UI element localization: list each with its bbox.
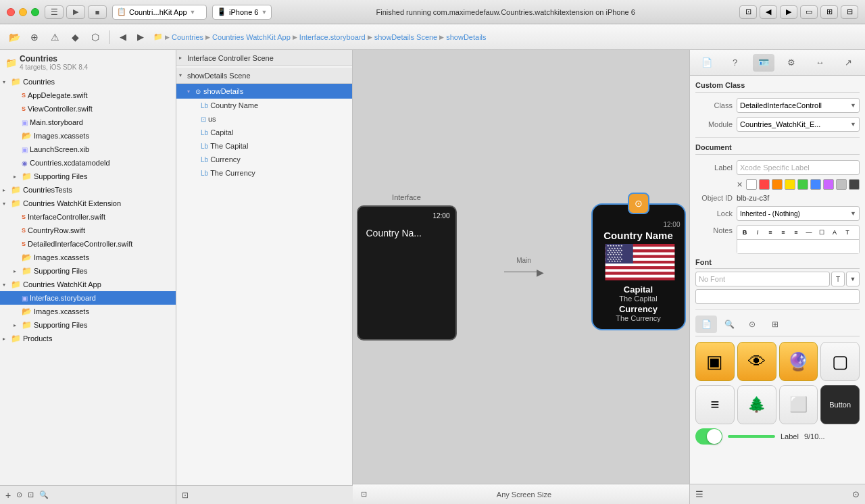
- sidebar-item-watchkit-app[interactable]: ▾ 📁 Countries WatchKit App: [0, 278, 176, 291]
- bc-item-6[interactable]: showDetails: [446, 33, 486, 41]
- notes-align-justify-btn[interactable]: —: [803, 227, 815, 238]
- history-btn[interactable]: ⊙: [16, 490, 22, 499]
- bc-item-4[interactable]: Interface.storyboard: [299, 33, 366, 41]
- scene-item-the-currency[interactable]: Lb The Currency: [176, 166, 352, 180]
- color-grey[interactable]: [836, 179, 847, 190]
- sidebar-item-watchkit-ext[interactable]: ▾ 📁 Countries WatchKit Extension: [0, 197, 176, 210]
- object-item-4[interactable]: ▢: [820, 342, 860, 381]
- tab-identity[interactable]: 🪪: [753, 54, 774, 72]
- tab-size[interactable]: ↔: [809, 54, 831, 72]
- watch-scene-box-inner[interactable]: ⊙ 12:00 Country Name: [591, 203, 686, 330]
- notes-img-btn[interactable]: A: [829, 227, 841, 238]
- zoom-btn[interactable]: ⊡: [182, 490, 189, 500]
- font-input[interactable]: No Font: [695, 272, 830, 286]
- iphone-mockup[interactable]: 12:00 Country Na...: [357, 205, 457, 341]
- traffic-light-yellow[interactable]: [19, 8, 27, 16]
- bc-item-1[interactable]: 📁: [153, 32, 163, 41]
- sidebar-toggle-btn[interactable]: ☰: [45, 5, 64, 19]
- sidebar-item-interfacecontroller[interactable]: S InterfaceController.swift: [0, 210, 176, 224]
- stop-btn[interactable]: ■: [88, 5, 107, 19]
- scene-item-us[interactable]: ⊡ us: [176, 112, 352, 126]
- obj-tab-3[interactable]: ⊙: [741, 316, 763, 333]
- notes-list-btn[interactable]: ☐: [816, 227, 828, 238]
- sidebar-item-countryrow[interactable]: S CountryRow.swift: [0, 224, 176, 237]
- search-btn[interactable]: 🔍: [39, 490, 49, 499]
- lock-input[interactable]: Inherited - (Nothing) ▼: [737, 206, 860, 221]
- zoom-icon[interactable]: ⊡: [361, 490, 367, 499]
- sidebar-item-main-storyboard[interactable]: ▣ Main.storyboard: [0, 116, 176, 129]
- sidebar-item-viewcontroller[interactable]: S ViewController.swift: [0, 102, 176, 116]
- filter-btn[interactable]: ⊡: [28, 490, 34, 499]
- font-dropdown-btn[interactable]: ▼: [846, 272, 860, 286]
- toggle-switch[interactable]: [695, 428, 722, 445]
- object-item-7[interactable]: ⬜: [779, 385, 818, 424]
- scene-item-the-capital[interactable]: Lb The Capital: [176, 139, 352, 153]
- tab-file[interactable]: 📄: [696, 54, 718, 72]
- notes-bold-btn[interactable]: B: [739, 227, 751, 238]
- play-btn[interactable]: ▶: [66, 5, 85, 19]
- notes-link-btn[interactable]: T: [841, 227, 854, 238]
- notes-align-right-btn[interactable]: ≡: [790, 227, 802, 238]
- back-btn[interactable]: ◀: [116, 30, 130, 45]
- color-green[interactable]: [797, 179, 808, 190]
- label-field-input[interactable]: Xcode Specific Label: [737, 160, 860, 175]
- notes-align-center-btn[interactable]: ≡: [777, 227, 789, 238]
- sidebar-item-appdelegate[interactable]: S AppDelegate.swift: [0, 89, 176, 102]
- sidebar-item-supporting3[interactable]: ▸ 📁 Supporting Files: [0, 318, 176, 332]
- tab-attributes[interactable]: ⚙: [781, 54, 802, 72]
- nav-back-btn[interactable]: ◀: [760, 5, 777, 19]
- obj-tab-4[interactable]: ⊞: [764, 316, 786, 333]
- notes-area[interactable]: [737, 240, 859, 253]
- class-dropdown-icon[interactable]: ▼: [850, 102, 856, 109]
- object-item-2[interactable]: 👁: [737, 342, 776, 381]
- color-x-btn[interactable]: ✕: [737, 180, 743, 189]
- bc-item-2[interactable]: Countries: [172, 33, 203, 41]
- tab-quickhelp[interactable]: ?: [724, 54, 746, 72]
- add-btn[interactable]: +: [5, 490, 11, 501]
- layout-single-btn[interactable]: ▭: [800, 5, 818, 19]
- notes-align-left-btn[interactable]: ≡: [764, 227, 776, 238]
- grid-view-btn[interactable]: ⊙: [852, 489, 860, 499]
- sidebar-item-detailedinterface[interactable]: S DetailedInterfaceController.swift: [0, 237, 176, 251]
- object-item-3[interactable]: 🔮: [779, 342, 818, 381]
- activity-btn[interactable]: ⊡: [739, 5, 757, 19]
- nav-forward-btn[interactable]: ▶: [780, 5, 797, 19]
- slider[interactable]: [728, 435, 775, 438]
- layout-triple-btn[interactable]: ⊟: [841, 5, 858, 19]
- scene-item-showdetails[interactable]: ▾ ⊙ showDetails: [176, 84, 352, 99]
- sidebar-item-countries[interactable]: ▾ 📁 Countries: [0, 75, 176, 89]
- env-btn[interactable]: ⬡: [86, 28, 104, 46]
- sidebar-item-products[interactable]: ▸ 📁 Products: [0, 332, 176, 345]
- color-orange[interactable]: [772, 179, 783, 190]
- warning-btn[interactable]: ⚠: [46, 28, 64, 46]
- scene-section-1-header[interactable]: ▸ Interface Controller Scene: [176, 50, 352, 66]
- module-dropdown-icon[interactable]: ▼: [850, 121, 856, 128]
- sidebar-item-supporting1[interactable]: ▸ 📁 Supporting Files: [0, 170, 176, 183]
- sidebar-item-xcdatamodel[interactable]: ◉ Countries.xcdatamodeld: [0, 156, 176, 170]
- list-view-btn[interactable]: ☰: [695, 489, 703, 499]
- object-item-6[interactable]: 🌲: [737, 385, 776, 424]
- obj-tab-1[interactable]: 📄: [695, 316, 717, 333]
- lock-dropdown-icon[interactable]: ▼: [850, 210, 856, 217]
- class-input[interactable]: DetailedInterfaceControll ▼: [737, 98, 860, 113]
- bc-item-5[interactable]: showDetails Scene: [374, 33, 438, 41]
- sidebar-item-images1[interactable]: 📂 Images.xcassets: [0, 129, 176, 143]
- color-white[interactable]: [746, 179, 757, 190]
- bc-item-3[interactable]: Countries WatchKit App: [212, 33, 291, 41]
- breakpoint-btn[interactable]: ◆: [66, 28, 84, 46]
- tab-connections[interactable]: ↗: [837, 54, 859, 72]
- module-input[interactable]: Countries_WatchKit_E... ▼: [737, 117, 860, 132]
- scene-section-2-header[interactable]: ▾ showDetails Scene: [176, 68, 352, 84]
- scheme-selector[interactable]: 📋 Countri...hKit App ▼: [112, 5, 207, 20]
- sidebar-item-interface-storyboard[interactable]: ▣ Interface.storyboard: [0, 291, 176, 305]
- obj-tab-2[interactable]: 🔍: [718, 316, 740, 333]
- sidebar-item-images2[interactable]: 📂 Images.xcassets: [0, 251, 176, 264]
- notes-italic-btn[interactable]: I: [751, 227, 764, 238]
- sidebar-item-launchscreen[interactable]: ▣ LaunchScreen.xib: [0, 143, 176, 156]
- scene-item-capital[interactable]: Lb Capital: [176, 126, 352, 139]
- traffic-light-green[interactable]: [31, 8, 39, 16]
- object-item-1[interactable]: ▣: [695, 342, 735, 381]
- scene-item-country-name[interactable]: Lb Country Name: [176, 99, 352, 112]
- sidebar-item-countriestests[interactable]: ▸ 📁 CountriesTests: [0, 183, 176, 197]
- color-dark[interactable]: [849, 179, 860, 190]
